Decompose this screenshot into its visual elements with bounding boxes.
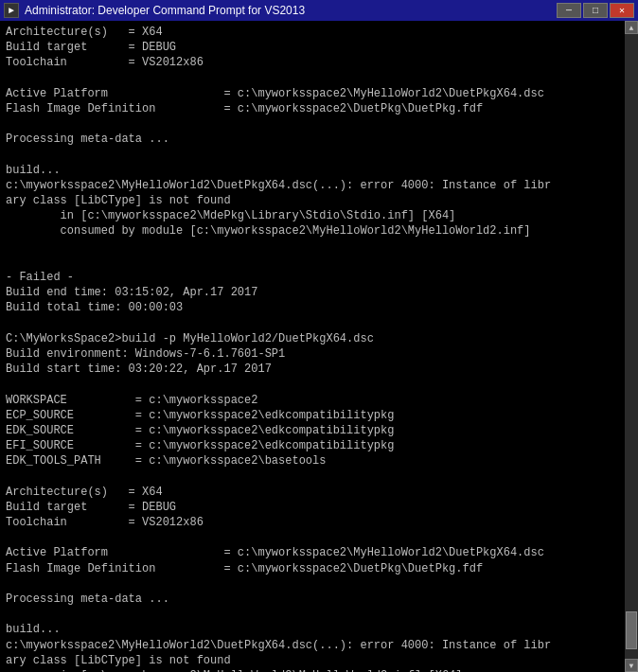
scroll-thumb[interactable] [626, 611, 637, 649]
app-icon: ► [4, 3, 19, 18]
close-button[interactable]: ✕ [610, 3, 634, 18]
maximize-button[interactable]: □ [583, 3, 608, 18]
terminal-output: Architecture(s) = X64 Build target = DEB… [0, 21, 625, 672]
scroll-down-arrow[interactable]: ▼ [625, 659, 638, 672]
title-bar: ► Administrator: Developer Command Promp… [0, 0, 638, 21]
scroll-up-arrow[interactable]: ▲ [625, 21, 638, 34]
scrollbar[interactable]: ▲ ▼ [625, 21, 638, 672]
scroll-track[interactable] [625, 34, 638, 659]
minimize-button[interactable]: ─ [557, 3, 581, 18]
window-title: Administrator: Developer Command Prompt … [25, 4, 305, 17]
